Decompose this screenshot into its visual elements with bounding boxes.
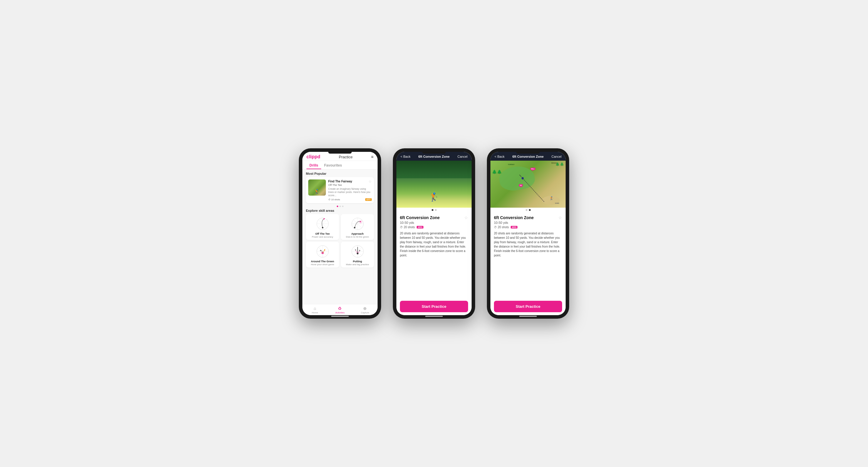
svg-point-5 <box>322 227 323 229</box>
nav-home[interactable]: ⌂ Home <box>302 306 327 314</box>
clock-icon-3: ⏱ <box>494 226 497 229</box>
header-title: Practice <box>339 155 352 159</box>
drill-meta-3: ⏱ 20 shots ARG <box>494 226 562 229</box>
skill-ott-desc: Power and accuracy <box>312 236 333 238</box>
img-dot-2 <box>435 209 437 211</box>
phone-2-screen: < Back 6ft Conversion Zone Cancel 🏌️ 6ft <box>396 152 472 315</box>
golf-photo: 🏌️ <box>396 161 472 208</box>
phone-1-notch <box>328 152 352 154</box>
map-background: 🌲🌲 🌲🌲 SAND FAIRWAY ROUGH <box>490 161 566 208</box>
skill-ott-name: Off The Tee <box>315 232 330 235</box>
dot-3 <box>342 206 343 207</box>
img-dot-1 <box>432 209 433 211</box>
drill-favourite-icon[interactable]: ☆ <box>464 215 468 220</box>
svg-point-29 <box>355 249 356 251</box>
svg-point-6 <box>323 218 325 220</box>
image-dots <box>396 208 472 212</box>
drill-badge: ARG <box>417 226 424 229</box>
golfer-figure: 🏌️ <box>429 192 439 202</box>
atg-icon <box>315 244 330 259</box>
dot-2 <box>339 206 341 207</box>
ott-icon <box>315 216 330 231</box>
menu-icon[interactable]: ≡ <box>371 155 373 159</box>
phones-container: clippd Practice ≡ Drills Favourites Most… <box>299 148 569 319</box>
svg-point-30 <box>359 250 360 251</box>
drill-range: 10-50 yds <box>400 221 468 224</box>
phone-1: clippd Practice ≡ Drills Favourites Most… <box>299 148 381 319</box>
capture-label: Capture <box>361 311 369 314</box>
drill-meta: ⏱ 20 shots ARG <box>400 226 468 229</box>
clock-icon-2: ⏱ <box>400 226 403 229</box>
golf-image <box>308 179 326 196</box>
tab-drills[interactable]: Drills <box>307 161 321 169</box>
drill-card-footer: ⏱ 10 shots OTT <box>328 198 372 201</box>
explore-label: Explore skill areas <box>306 209 374 212</box>
skill-putting-name: Putting <box>353 260 362 263</box>
back-button[interactable]: < Back <box>401 155 410 158</box>
bottom-navigation: ⌂ Home ♻ Activities ⊕ Capture <box>302 304 378 315</box>
drill-shots: ⏱ 20 shots <box>400 226 415 229</box>
skill-card-atg[interactable]: Around The Green Hone your short game <box>306 242 339 268</box>
activities-label: Activities <box>335 311 345 314</box>
skill-card-ott[interactable]: Off The Tee Power and accuracy <box>306 214 339 240</box>
svg-point-31 <box>522 177 524 179</box>
app-logo: clippd <box>307 154 320 160</box>
drill-favourite-icon-3[interactable]: ☆ <box>558 215 562 220</box>
drill-card-description: Create an imaginary fairway using trees … <box>328 188 372 197</box>
tab-favourites[interactable]: Favourites <box>321 161 345 169</box>
approach-icon <box>350 216 365 231</box>
phone-1-content: Most Popular Find The Fairway Off The Te… <box>302 169 378 304</box>
phone-3-content: 6ft Conversion Zone ☆ 10-50 yds ⏱ 20 sho… <box>490 212 566 296</box>
carousel-dots <box>306 206 374 207</box>
featured-drill-card[interactable]: Find The Fairway Off The Tee Create an i… <box>306 177 374 203</box>
map-dot-1 <box>526 209 527 211</box>
nav-activities[interactable]: ♻ Activities <box>327 306 352 314</box>
tabs-bar: Drills Favourites <box>302 161 378 169</box>
back-button-3[interactable]: < Back <box>495 155 504 158</box>
capture-icon: ⊕ <box>363 306 367 311</box>
clock-icon: ⏱ <box>328 198 331 201</box>
drill-card-body: Find The Fairway Off The Tee Create an i… <box>328 179 372 201</box>
phone-2-content: 6ft Conversion Zone ☆ 10-50 yds ⏱ 20 sho… <box>396 212 472 296</box>
dot-1 <box>337 206 338 207</box>
drill-title-3: 6ft Conversion Zone <box>494 215 534 220</box>
drill-title-row-3: 6ft Conversion Zone ☆ <box>494 215 562 220</box>
favourite-star-icon[interactable]: ☆ <box>369 179 372 184</box>
svg-point-12 <box>354 227 355 229</box>
drill-shots: ⏱ 10 shots <box>328 198 340 201</box>
svg-point-13 <box>360 221 361 222</box>
start-practice-button-2[interactable]: Start Practice <box>400 301 468 312</box>
cancel-button[interactable]: Cancel <box>458 155 467 158</box>
most-popular-label: Most Popular <box>306 172 374 175</box>
drill-card-title: Find The Fairway <box>328 179 372 183</box>
cancel-button-3[interactable]: Cancel <box>552 155 561 158</box>
skill-approach-desc: Dial-in to hit the green <box>346 236 369 238</box>
skill-card-approach[interactable]: Approach Dial-in to hit the green <box>341 214 374 240</box>
map-dots <box>490 208 566 212</box>
home-label: Home <box>312 311 318 314</box>
drill-title-row: 6ft Conversion Zone ☆ <box>400 215 468 220</box>
drill-title: 6ft Conversion Zone <box>400 215 440 220</box>
drill-description: 20 shots are randomly generated at dista… <box>400 231 468 258</box>
drill-card-subtitle: Off The Tee <box>328 184 372 187</box>
drill-badge: OTT <box>365 198 372 201</box>
drill-header-title: 6ft Conversion Zone <box>418 155 450 158</box>
phone-3-screen: < Back 6ft Conversion Zone Cancel 🌲🌲 🌲🌲 … <box>490 152 566 315</box>
activities-icon: ♻ <box>338 306 342 311</box>
phone-2-bottom: Start Practice <box>396 296 472 315</box>
start-practice-button-3[interactable]: Start Practice <box>494 301 562 312</box>
miss-pin: Miss <box>530 168 535 170</box>
drill-map: 🌲🌲 🌲🌲 SAND FAIRWAY ROUGH <box>490 161 566 208</box>
nav-capture[interactable]: ⊕ Capture <box>352 306 378 314</box>
drill-badge-3: ARG <box>511 226 518 229</box>
skill-card-putting[interactable]: Putting Make and lag practice <box>341 242 374 268</box>
drill-description-3: 20 shots are randomly generated at dista… <box>494 231 562 258</box>
drill-range-3: 10-50 yds <box>494 221 562 224</box>
trees-background <box>396 161 472 178</box>
map-svg <box>490 161 566 208</box>
home-indicator <box>331 316 349 317</box>
skill-atg-desc: Hone your short game <box>311 263 334 266</box>
hit-pin: Hit <box>519 184 523 187</box>
phone-2-notch <box>422 152 446 154</box>
phone-3-notch <box>516 152 540 154</box>
